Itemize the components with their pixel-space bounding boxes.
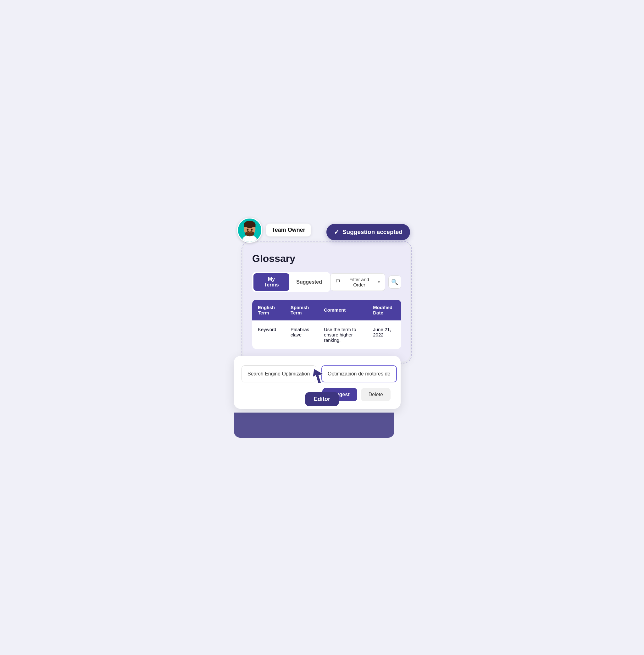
search-icon: 🔍 [391,279,398,285]
tabs-row: My Terms Suggested ⛉ Filter and Order ▾ … [252,272,401,292]
bottom-decoration [234,413,394,438]
filter-order-button[interactable]: ⛉ Filter and Order ▾ [330,273,385,291]
avatar [237,217,262,243]
cell-modified-date: June 21, 2022 [367,321,401,349]
svg-rect-5 [244,224,256,227]
toolbar-right: ⛉ Filter and Order ▾ 🔍 [330,273,401,291]
suggestion-accepted-text: Suggestion accepted [342,229,402,236]
filter-label: Filter and Order [343,277,375,287]
chevron-down-icon: ▾ [378,280,380,284]
tab-my-terms[interactable]: My Terms [253,273,289,291]
delete-button[interactable]: Delete [361,388,391,401]
english-term-input[interactable] [242,366,316,382]
svg-point-9 [249,231,251,232]
glossary-title: Glossary [252,253,401,264]
table-row: Keyword Palabras clave Use the term to e… [252,321,401,349]
col-english-term: English Term [252,300,285,321]
table-header-row: English Term Spanish Term Comment Modifi… [252,300,401,321]
team-owner-badge: Team Owner [237,217,311,243]
search-button[interactable]: 🔍 [388,276,401,289]
cell-comment: Use the term to ensure higher ranking. [318,321,367,349]
tabs-container: My Terms Suggested [252,272,330,292]
svg-point-7 [247,228,249,230]
spanish-term-input[interactable] [321,366,397,382]
filter-icon: ⛉ [336,279,341,285]
glossary-table: English Term Spanish Term Comment Modifi… [252,300,401,349]
svg-point-8 [251,228,253,230]
col-comment: Comment [318,300,367,321]
suggestion-accepted-banner: ✓ Suggestion accepted [326,224,410,240]
cell-english-term: Keyword [252,321,285,349]
scene: Team Owner ✓ Suggestion accepted Glossar… [234,217,410,438]
svg-marker-10 [313,369,324,383]
cell-spanish-term: Palabras clave [285,321,318,349]
glossary-card: Glossary My Terms Suggested ⛉ Filter and… [244,243,410,361]
checkmark-icon: ✓ [334,228,339,236]
editor-label-bubble: Editor [305,392,339,406]
team-owner-label: Team Owner [266,224,311,236]
cursor-arrow [313,369,325,385]
col-spanish-term: Spanish Term [285,300,318,321]
tab-suggested[interactable]: Suggested [289,273,329,291]
col-modified-date: Modified Date [367,300,401,321]
